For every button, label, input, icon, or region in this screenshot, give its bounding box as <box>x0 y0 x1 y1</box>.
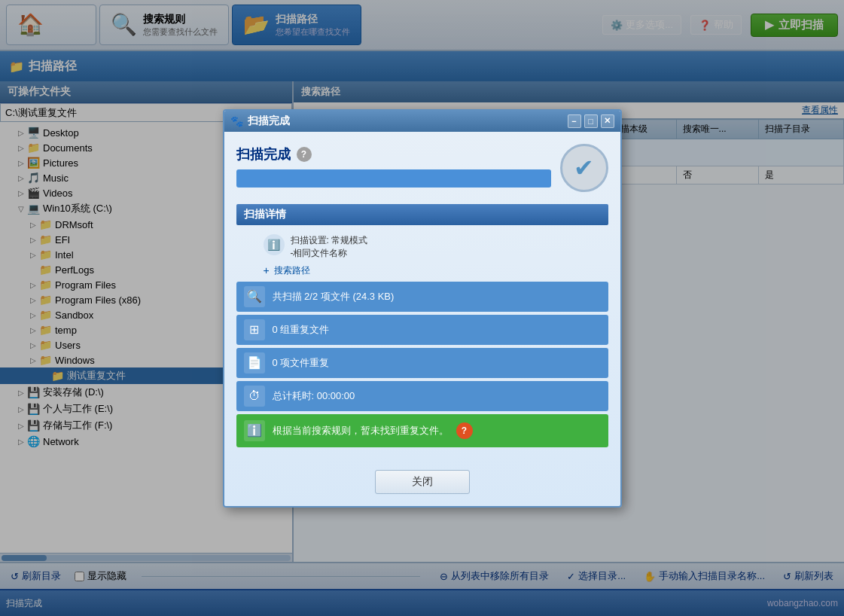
total-time-label: 总计耗时: 00:00:00 <box>273 389 355 403</box>
scan-count-label: 共扫描 2/2 项文件 (24.3 KB) <box>273 290 395 303</box>
result-message-text: 根据当前搜索规则，暂未找到重复文件。 <box>273 424 449 438</box>
scan-complete-row: 扫描完成 ? ✔ <box>236 144 608 192</box>
modal-app-icon: 🐾 <box>230 115 243 127</box>
dup-items-item: 📄 0 项文件重复 <box>236 348 608 378</box>
settings-info-icon: ℹ️ <box>264 234 285 255</box>
scan-complete-left: 扫描完成 ? <box>236 145 551 191</box>
result-message-item: ℹ️ 根据当前搜索规则，暂未找到重复文件。 ? <box>236 414 608 447</box>
modal-overlay: 🐾 扫描完成 − □ ✕ 扫描完成 ? ✔ <box>0 0 844 616</box>
scan-details-header: 扫描详情 <box>236 204 608 225</box>
dup-groups-label: 0 组重复文件 <box>273 323 330 337</box>
timer-detail-icon: ⏱ <box>244 386 265 407</box>
add-path-row: + 搜索路径 <box>236 263 608 282</box>
search-detail-icon: 🔍 <box>244 286 265 307</box>
checkmark-icon: ✔ <box>560 144 608 192</box>
settings-info-item: ℹ️ 扫描设置: 常规模式 -相同文件名称 <box>236 231 608 263</box>
result-info-icon: ℹ️ <box>244 420 265 441</box>
settings-line1: 扫描设置: 常规模式 <box>291 234 368 247</box>
maximize-button[interactable]: □ <box>584 114 598 128</box>
help-question-icon[interactable]: ? <box>297 147 312 162</box>
minimize-button[interactable]: − <box>568 114 581 128</box>
scan-complete-dialog: 🐾 扫描完成 − □ ✕ 扫描完成 ? ✔ <box>223 109 622 508</box>
modal-body: 扫描完成 ? ✔ 扫描详情 ℹ️ 扫描设置: 常规模式 -相同文件名称 <box>224 132 620 462</box>
grid-detail-icon: ⊞ <box>244 319 265 340</box>
close-button[interactable]: ✕ <box>601 114 614 128</box>
dup-groups-item: ⊞ 0 组重复文件 <box>236 315 608 345</box>
dup-items-label: 0 项文件重复 <box>273 356 330 370</box>
scan-complete-title-row: 扫描完成 ? <box>236 145 551 163</box>
scan-complete-title: 扫描完成 <box>236 145 291 163</box>
modal-footer: 关闭 <box>224 462 620 506</box>
file-detail-icon: 📄 <box>244 352 265 374</box>
modal-titlebar: 🐾 扫描完成 − □ ✕ <box>224 111 620 132</box>
settings-text: 扫描设置: 常规模式 -相同文件名称 <box>291 234 368 260</box>
result-help-icon[interactable]: ? <box>456 422 473 439</box>
add-path-label: 搜索路径 <box>274 264 310 277</box>
total-time-item: ⏱ 总计耗时: 00:00:00 <box>236 381 608 411</box>
progress-bar <box>236 169 551 188</box>
modal-title: 扫描完成 <box>248 114 290 128</box>
settings-line2: -相同文件名称 <box>291 247 368 260</box>
close-dialog-button[interactable]: 关闭 <box>375 470 470 494</box>
scan-count-item: 🔍 共扫描 2/2 项文件 (24.3 KB) <box>236 282 608 312</box>
modal-title-controls: − □ ✕ <box>568 114 614 128</box>
plus-icon: + <box>264 264 270 276</box>
